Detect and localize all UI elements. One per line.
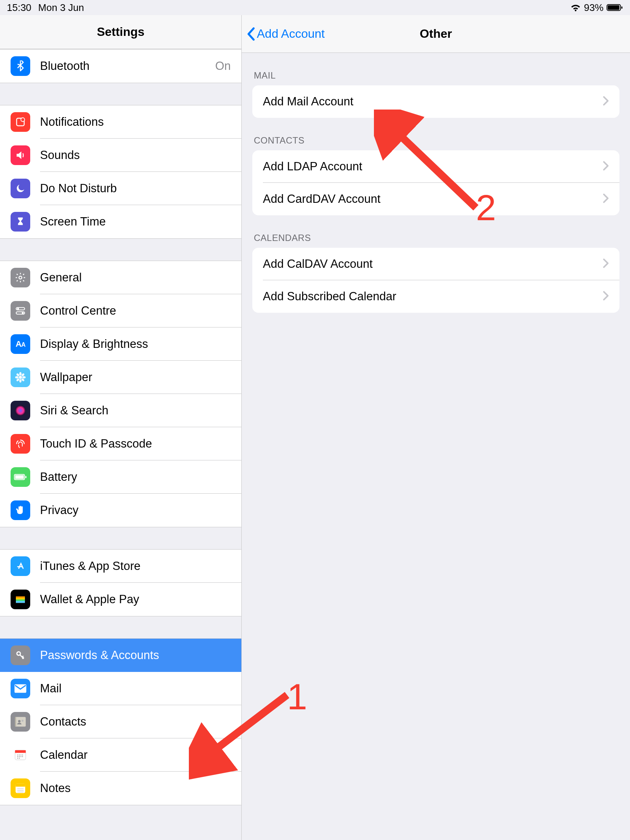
back-button[interactable]: Add Account [246,27,325,41]
svg-point-13 [15,376,19,379]
sidebar-item-label: Mail [40,682,242,695]
sidebar-item-screentime[interactable]: Screen Time [0,205,242,238]
svg-point-10 [19,376,22,379]
status-time: 15:30 [7,2,32,14]
detail-row-label: Add CalDAV Account [263,257,603,271]
detail-title: Other [420,27,452,41]
detail-row[interactable]: Add Mail Account [252,85,619,118]
detail-row-label: Add Mail Account [263,95,603,108]
chevron-left-icon [246,27,255,41]
appstore-icon [11,556,30,576]
chevron-right-icon [603,96,609,107]
svg-rect-48 [16,783,25,787]
detail-pane: Add Account Other MAILAdd Mail AccountCO… [242,15,630,840]
battery-icon [11,467,30,487]
sidebar-item-calendar[interactable]: Calendar [0,738,242,772]
section-header: CONTACTS [242,118,630,150]
sidebar-title: Settings [0,15,242,49]
sidebar-item-sounds[interactable]: Sounds [0,139,242,172]
sidebar-item-label: Bluetooth [40,59,215,73]
battery-icon [606,3,623,12]
sidebar-item-label: Screen Time [40,215,242,229]
svg-point-11 [19,372,22,376]
sidebar-item-label: iTunes & App Store [40,559,242,573]
status-date: Mon 3 Jun [38,2,84,14]
sidebar-item-label: General [40,271,242,284]
svg-point-4 [21,118,25,122]
svg-point-39 [21,755,21,755]
sidebar-item-label: Control Centre [40,304,242,317]
fingerprint-icon [11,434,30,454]
sidebar-item-battery[interactable]: Battery [0,460,242,494]
calendar-icon [11,745,30,765]
svg-point-46 [19,758,20,758]
sidebar-item-label: Notifications [40,115,242,129]
detail-row-label: Add LDAP Account [263,160,603,174]
svg-point-12 [19,379,22,383]
sidebar-item-label: Sounds [40,148,242,162]
sidebar-item-notes[interactable]: Notes [0,772,242,805]
sidebar-item-control-centre[interactable]: Control Centre [0,294,242,327]
detail-row[interactable]: Add CardDAV Account [252,183,619,215]
contacts-icon [11,712,30,732]
main-container: Settings BluetoothOnNotificationsSoundsD… [0,15,630,840]
sidebar-item-label: Do Not Disturb [40,182,242,195]
back-label: Add Account [257,27,325,41]
section-header: MAIL [242,53,630,85]
sidebar-item-siri[interactable]: Siri & Search [0,394,242,427]
svg-point-15 [16,373,20,377]
sidebar-item-wallpaper[interactable]: Wallpaper [0,361,242,394]
sidebar-item-label: Contacts [40,715,242,729]
svg-rect-36 [15,750,26,753]
detail-row[interactable]: Add LDAP Account [252,150,619,183]
svg-rect-1 [608,5,619,10]
sidebar-item-display[interactable]: AADisplay & Brightness [0,327,242,361]
sidebar-item-contacts[interactable]: Contacts [0,705,242,738]
detail-row-label: Add CardDAV Account [263,192,603,206]
sidebar-item-value: On [215,59,242,73]
chevron-right-icon [603,291,609,302]
sidebar-item-label: Siri & Search [40,404,242,417]
svg-rect-34 [15,717,16,727]
sidebar-item-label: Calendar [40,748,242,762]
sidebar-item-dnd[interactable]: Do Not Disturb [0,172,242,205]
svg-point-37 [17,755,18,755]
sidebar-item-itunes[interactable]: iTunes & App Store [0,549,242,583]
siri-icon [11,401,30,420]
svg-point-44 [22,756,23,757]
sidebar-item-wallet[interactable]: Wallet & Apple Pay [0,583,242,616]
detail-row-label: Add Subscribed Calendar [263,290,603,303]
sidebar-item-mail[interactable]: Mail [0,672,242,705]
hand-icon [11,501,30,520]
svg-point-33 [22,720,24,722]
svg-rect-26 [16,598,25,599]
sidebar-item-label: Wallet & Apple Pay [40,593,242,606]
detail-row[interactable]: Add Subscribed Calendar [252,280,619,313]
sidebar-item-label: Display & Brightness [40,337,242,351]
sidebar-item-general[interactable]: General [0,261,242,294]
hourglass-icon [11,212,30,232]
sidebar-item-passwords[interactable]: Passwords & Accounts [0,639,242,672]
sidebar-item-bluetooth[interactable]: BluetoothOn [0,49,242,83]
svg-rect-25 [16,596,25,598]
sidebar-item-label: Battery [40,470,242,484]
svg-point-19 [15,405,26,416]
sidebar-item-touchid[interactable]: Touch ID & Passcode [0,427,242,460]
sidebar-item-label: Wallpaper [40,371,242,384]
sidebar-item-label: Touch ID & Passcode [40,437,242,451]
sidebar-item-label: Passwords & Accounts [40,649,242,662]
sidebar-item-notifications[interactable]: Notifications [0,105,242,139]
wallet-icon [11,590,30,609]
svg-rect-27 [16,599,25,601]
sidebar-item-label: Notes [40,782,242,795]
detail-row[interactable]: Add CalDAV Account [252,248,619,280]
chevron-right-icon [603,193,609,205]
toggles-icon [11,301,30,321]
aa-icon: AA [11,334,30,354]
moon-icon [11,178,30,198]
svg-point-17 [21,373,25,377]
svg-point-41 [17,756,18,757]
mail-icon [11,679,30,698]
sidebar-item-privacy[interactable]: Privacy [0,494,242,527]
svg-point-40 [22,755,23,755]
